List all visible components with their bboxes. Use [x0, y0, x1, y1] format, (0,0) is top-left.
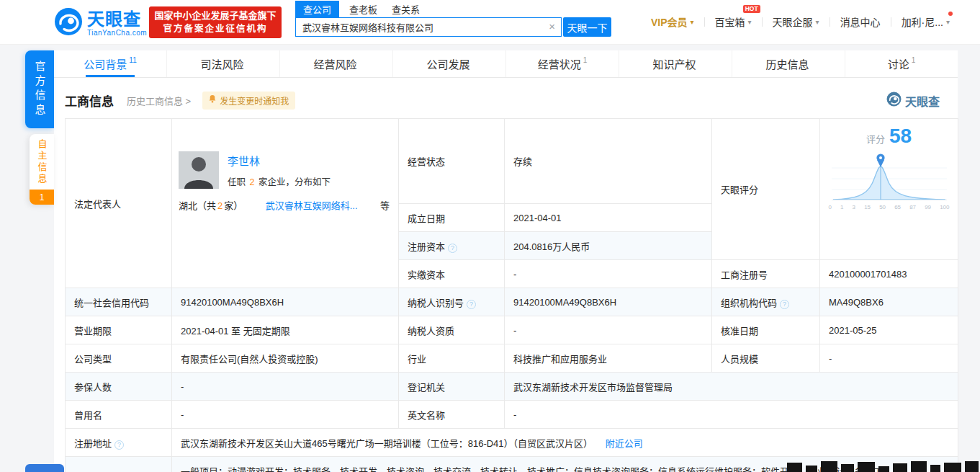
logo-text-cn: 天眼查 — [87, 10, 147, 29]
registry-authority-value: 武汉东湖新技术开发区市场监督管理局 — [505, 373, 958, 401]
score-axis-ticks: 0131550658799100 — [829, 204, 950, 210]
paid-capital-value: - — [505, 260, 712, 288]
search-tab-boss[interactable]: 查老板 — [349, 2, 377, 16]
industry-value: 科技推广和应用服务业 — [505, 344, 712, 373]
message-center-menu[interactable]: 消息中心 — [830, 14, 891, 29]
operating-status-label: 经营状态 — [399, 119, 505, 204]
score-pin-icon — [876, 153, 884, 167]
taxpayer-qualification-label: 纳税人资质 — [399, 316, 505, 344]
business-info-table: 法定代表人 李世林 任职 2 — [65, 118, 958, 472]
establish-date-value: 2021-04-01 — [505, 204, 712, 232]
search-tab-relation[interactable]: 查关系 — [392, 2, 420, 16]
org-code-label: 组织机构代码? — [712, 288, 820, 316]
former-name-value: - — [172, 401, 399, 429]
search-input[interactable] — [295, 17, 562, 37]
chevron-down-icon: ▾ — [748, 18, 752, 26]
info-icon[interactable]: ? — [467, 300, 476, 309]
tab-operating-status[interactable]: 经营状况1 — [505, 50, 619, 77]
hot-badge: HOT — [743, 5, 760, 13]
tab-company-development[interactable]: 公司发展 — [392, 50, 505, 77]
legal-rep-name-link[interactable]: 李世林 — [228, 153, 260, 168]
company-type-label: 公司类型 — [66, 344, 172, 373]
rep-company-link[interactable]: 武汉睿林互娱网络科... — [266, 198, 358, 212]
tianyancha-logo[interactable]: 天眼查 TianYanCha.com — [54, 7, 147, 39]
chevron-down-icon: ▾ — [816, 18, 819, 26]
registered-capital-value: 204.0816万人民币 — [505, 232, 712, 260]
tianyancha-watermark-icon — [886, 92, 902, 110]
section-title: 工商信息 — [65, 92, 114, 110]
score-chart-cell: 评分58 — [820, 119, 958, 260]
tab-intellectual-property[interactable]: 知识产权 — [619, 50, 732, 77]
english-name-label: 英文名称 — [399, 401, 505, 429]
left-side-tabs: 官方信息 自主信息 1 — [25, 50, 54, 205]
english-name-value: - — [505, 401, 958, 429]
business-term-value: 2021-04-01 至 无固定期限 — [172, 316, 399, 344]
business-scope-label — [66, 457, 172, 472]
legal-rep-desc: 任职 2 家企业，分布如下 — [228, 174, 331, 188]
establish-date-label: 成立日期 — [399, 204, 505, 232]
tab-discussion[interactable]: 讨论1 — [845, 50, 958, 77]
paid-capital-label: 实缴资本 — [399, 260, 505, 288]
header-menu: VIP会员 ▾ HOT 百宝箱 ▾ 天眼企服 ▾ 消息中心 加利·尼... ▾ — [641, 14, 960, 29]
change-notify-button[interactable]: 发生变更时通知我 — [202, 92, 295, 110]
notification-dot — [948, 12, 953, 16]
registration-no-value: 420100001701483 — [820, 260, 958, 288]
chevron-down-icon: ▾ — [691, 18, 694, 26]
score-label: 天眼评分 — [712, 119, 820, 260]
self-info-count-badge: 1 — [30, 190, 54, 205]
watermark-overlay — [787, 461, 979, 472]
operating-status-value: 存续 — [505, 119, 712, 204]
info-icon[interactable]: ? — [114, 440, 124, 450]
self-info-tab[interactable]: 自主信息 1 — [30, 134, 54, 205]
search-tab-company[interactable]: 查公司 — [295, 1, 339, 17]
registered-capital-label: 注册资本? — [399, 232, 505, 260]
staff-size-value: - — [820, 344, 958, 373]
registry-authority-label: 登记机关 — [399, 373, 505, 401]
tab-company-background[interactable]: 公司背景11 — [54, 50, 166, 77]
credit-code-value: 91420100MA49Q8BX6H — [172, 288, 399, 316]
insured-count-value: - — [172, 373, 399, 401]
approval-date-label: 核准日期 — [712, 316, 820, 344]
org-code-value: MA49Q8BX6 — [820, 288, 958, 316]
taxpayer-id-label: 纳税人识别号? — [399, 288, 505, 316]
former-name-label: 曾用名 — [66, 401, 172, 429]
floating-widget[interactable] — [25, 464, 64, 472]
score-value: 58 — [889, 125, 912, 147]
taxpayer-id-value: 91420100MA49Q8BX6H — [505, 288, 712, 316]
user-account-menu[interactable]: 加利·尼... ▾ — [891, 14, 960, 29]
legal-rep-photo[interactable] — [179, 151, 219, 189]
search-area: 查公司 查老板 查关系 × 天眼一下 — [295, 1, 611, 37]
info-icon[interactable]: ? — [780, 300, 789, 309]
search-button[interactable]: 天眼一下 — [563, 17, 611, 37]
clear-search-icon[interactable]: × — [549, 21, 555, 32]
staff-size-label: 人员规模 — [712, 344, 820, 373]
credit-code-label: 统一社会信用代码 — [66, 288, 172, 316]
tianyancha-watermark: 天眼查 — [886, 92, 940, 110]
registration-no-label: 工商注册号 — [712, 260, 820, 288]
registered-address-value: 武汉东湖新技术开发区关山大道465号曙光广场一期培训楼（工位号：816-D41）… — [172, 429, 958, 457]
enterprise-service-menu[interactable]: 天眼企服 ▾ — [763, 14, 830, 29]
taxpayer-qualification-value: - — [505, 316, 712, 344]
nearby-companies-link[interactable]: 附近公司 — [606, 438, 643, 449]
rep-etc-text: 等 — [380, 198, 390, 212]
approval-date-value: 2021-05-25 — [820, 316, 958, 344]
score-prefix: 评分 — [866, 134, 885, 145]
history-business-info-link[interactable]: 历史工商信息 > — [127, 94, 191, 107]
score-curve-chart — [829, 149, 950, 204]
toolbox-menu[interactable]: HOT 百宝箱 ▾ — [705, 14, 762, 29]
vip-member-menu[interactable]: VIP会员 ▾ — [641, 14, 704, 29]
logo-text-en: TianYanCha.com — [87, 29, 147, 37]
government-certification-badge: 国家中小企业发展子基金旗下 官方备案企业征信机构 — [149, 6, 282, 38]
main-panel: 公司背景11 司法风险 经营风险 公司发展 经营状况1 知识产权 历史信息 讨论… — [54, 50, 958, 472]
chevron-down-icon: ▾ — [946, 18, 950, 26]
tab-history-info[interactable]: 历史信息 — [732, 50, 845, 77]
insured-count-label: 参保人数 — [66, 373, 172, 401]
company-type-value: 有限责任公司(自然人投资或控股) — [172, 344, 399, 373]
bell-icon — [209, 95, 216, 105]
info-icon[interactable]: ? — [448, 244, 457, 253]
tab-operating-risk[interactable]: 经营风险 — [279, 50, 392, 77]
official-info-tab[interactable]: 官方信息 — [25, 50, 54, 128]
tianyancha-logo-icon — [54, 7, 83, 39]
registered-address-label: 注册地址? — [66, 429, 172, 457]
tab-judicial-risk[interactable]: 司法风险 — [166, 50, 279, 77]
